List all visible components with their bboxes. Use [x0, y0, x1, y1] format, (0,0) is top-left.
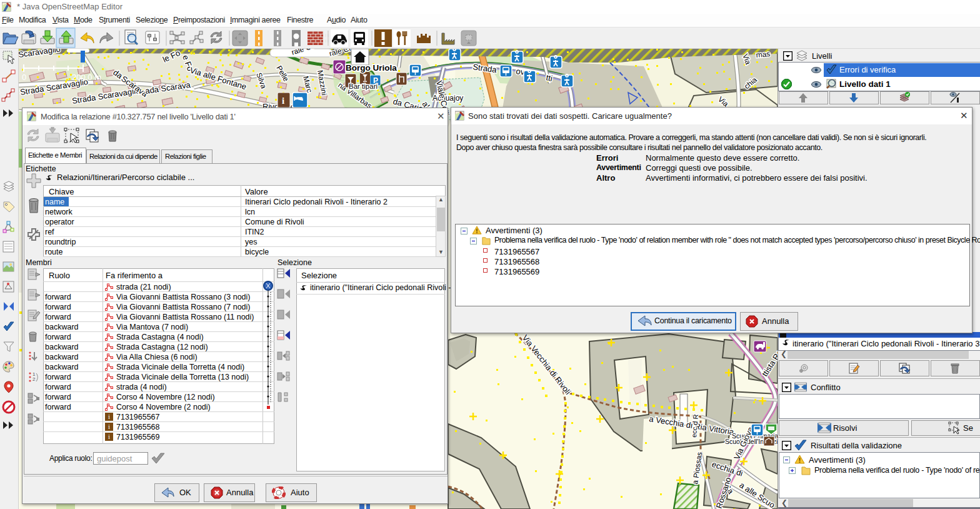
svg-text:2: 2	[32, 376, 36, 382]
svg-text:mas: mas	[756, 49, 771, 59]
svg-text:0: 0	[22, 73, 26, 82]
svg-text:Bar tipari: Bar tipari	[349, 83, 378, 90]
svg-text:Borgo Uriola: Borgo Uriola	[346, 63, 397, 73]
svg-text:i: i	[282, 96, 284, 106]
